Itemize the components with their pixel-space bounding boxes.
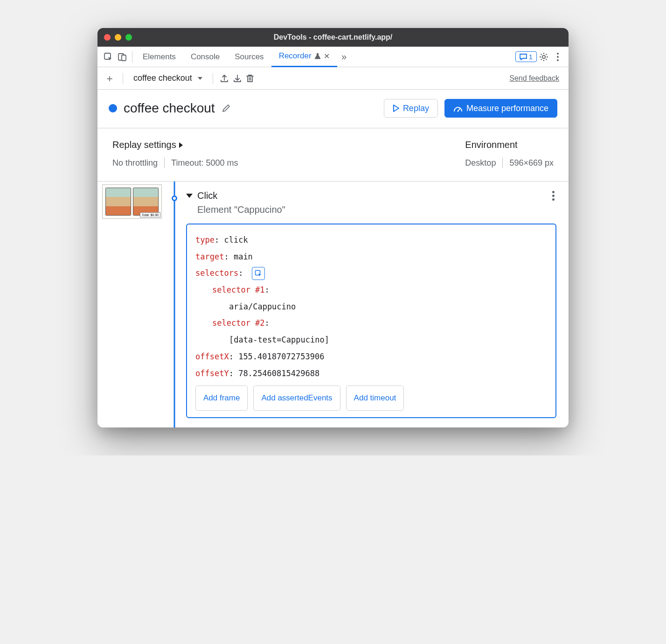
svg-point-6 [557, 59, 559, 61]
target-key: target [195, 252, 224, 261]
step-json-editor[interactable]: type: click target: main selectors: sele… [186, 224, 556, 418]
offsety-key: offsetY [195, 369, 229, 378]
replay-settings-heading: Replay settings [112, 140, 176, 150]
measure-performance-button[interactable]: Measure performance [444, 99, 557, 118]
close-window-button[interactable] [104, 34, 111, 41]
device-value: Desktop [465, 158, 496, 168]
recording-name: coffee checkout [133, 73, 192, 83]
add-frame-button[interactable]: Add frame [195, 385, 248, 411]
selectors-key: selectors [195, 268, 238, 278]
export-icon[interactable] [220, 74, 229, 83]
minimize-window-button[interactable] [115, 34, 121, 41]
timeline-node [172, 196, 177, 201]
timeline-line [174, 182, 175, 427]
selector-2-key: selector #2 [212, 318, 265, 328]
svg-point-5 [557, 56, 559, 58]
titlebar: DevTools - coffee-cart.netlify.app/ [97, 28, 569, 47]
environment-heading: Environment [465, 140, 554, 150]
replay-settings: Replay settings No throttling Timeout: 5… [112, 140, 238, 168]
timeout-value: Timeout: 5000 ms [171, 158, 238, 168]
thumbnail-column: Total: $0.00 [97, 182, 167, 427]
settings-row: Replay settings No throttling Timeout: 5… [97, 128, 569, 182]
recorder-toolbar: ＋ coffee checkout Send feedback [97, 67, 569, 90]
step-subtitle: Element "Cappucino" [197, 204, 556, 215]
inspect-icon[interactable] [101, 50, 115, 64]
steps-panel: Total: $0.00 Click Element "Cappucino" t… [97, 182, 569, 427]
step-header[interactable]: Click [186, 189, 556, 203]
settings-gear-icon[interactable] [537, 50, 551, 64]
recording-select[interactable]: coffee checkout [130, 71, 206, 85]
replay-button[interactable]: Replay [384, 99, 438, 118]
tab-label: Recorder [279, 51, 312, 61]
maximize-window-button[interactable] [125, 34, 132, 41]
target-value[interactable]: main [234, 252, 253, 261]
chevron-down-icon [198, 77, 202, 80]
selector-1-key: selector #1 [212, 285, 265, 294]
replay-label: Replay [403, 104, 429, 113]
thumbnail-item [133, 188, 159, 216]
separator [164, 158, 165, 168]
window-title: DevTools - coffee-cart.netlify.app/ [97, 33, 569, 42]
separator [123, 73, 123, 84]
collapse-icon [186, 194, 193, 198]
dimensions-value: 596×669 px [509, 158, 554, 168]
message-icon [520, 54, 527, 60]
new-recording-button[interactable]: ＋ [103, 71, 116, 85]
separator [213, 73, 213, 84]
step-details: Click Element "Cappucino" type: click ta… [181, 182, 569, 427]
type-value[interactable]: click [224, 235, 248, 245]
devtools-window: DevTools - coffee-cart.netlify.app/ Elem… [97, 28, 569, 427]
thumbnail-price: Total: $0.00 [140, 212, 160, 217]
offsety-value[interactable]: 78.25460815429688 [238, 369, 319, 378]
play-icon [393, 105, 399, 112]
step-thumbnail[interactable]: Total: $0.00 [102, 184, 162, 219]
offsetx-key: offsetX [195, 352, 229, 361]
separator [132, 51, 132, 63]
tab-sources[interactable]: Sources [227, 47, 271, 67]
step-menu-icon[interactable] [550, 189, 556, 203]
issues-count: 1 [529, 53, 533, 61]
recording-title: coffee checkout [124, 101, 215, 116]
devtools-tabbar: Elements Console Sources Recorder ✕ » 1 [97, 47, 569, 67]
chevron-right-icon [179, 142, 183, 148]
tab-elements[interactable]: Elements [135, 47, 183, 67]
gauge-icon [453, 105, 463, 112]
add-timeout-button[interactable]: Add timeout [346, 385, 404, 411]
close-tab-icon[interactable]: ✕ [324, 52, 330, 61]
add-buttons-row: Add frame Add assertedEvents Add timeout [195, 385, 547, 411]
svg-rect-2 [122, 55, 126, 61]
tab-console[interactable]: Console [183, 47, 227, 67]
kebab-menu-icon[interactable] [551, 50, 565, 64]
svg-point-7 [457, 111, 458, 112]
send-feedback-link[interactable]: Send feedback [509, 74, 559, 83]
flask-icon [314, 53, 321, 59]
throttling-value: No throttling [112, 158, 158, 168]
offsetx-value[interactable]: 155.40187072753906 [238, 352, 324, 361]
delete-icon[interactable] [246, 74, 254, 83]
timeline [167, 182, 181, 427]
separator [502, 158, 503, 168]
import-icon[interactable] [233, 74, 242, 83]
tab-recorder[interactable]: Recorder ✕ [271, 47, 337, 67]
recording-status-dot [109, 104, 117, 112]
selector-1-value[interactable]: aria/Cappucino [229, 302, 296, 311]
type-key: type [195, 235, 215, 245]
add-asserted-events-button[interactable]: Add assertedEvents [253, 385, 340, 411]
issues-badge[interactable]: 1 [515, 51, 537, 62]
selector-2-value[interactable]: [data-test=Cappucino] [229, 335, 329, 344]
recording-header: coffee checkout Replay Measure performan… [97, 90, 569, 128]
measure-label: Measure performance [466, 104, 548, 113]
more-tabs-icon[interactable]: » [337, 50, 351, 64]
window-controls [104, 34, 132, 41]
step-title: Click [197, 190, 217, 201]
environment-settings: Environment Desktop 596×669 px [465, 140, 554, 168]
thumbnail-item [105, 188, 131, 216]
pick-selector-icon[interactable] [252, 267, 265, 280]
replay-settings-toggle[interactable]: Replay settings [112, 140, 238, 150]
edit-title-icon[interactable] [222, 104, 231, 113]
svg-point-4 [557, 53, 559, 55]
svg-point-3 [542, 55, 545, 58]
device-toggle-icon[interactable] [115, 50, 129, 64]
